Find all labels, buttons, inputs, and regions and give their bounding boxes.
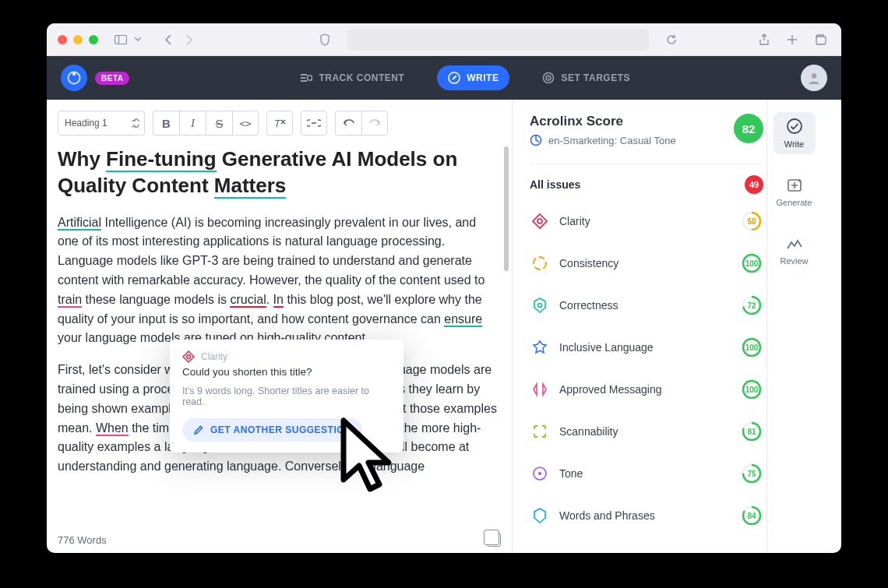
nav-write[interactable]: WRITE xyxy=(437,65,509,90)
title-underline-2: Matters xyxy=(214,174,286,199)
bold-button[interactable]: B xyxy=(153,111,179,136)
word-count: 776 Words xyxy=(58,534,107,546)
p1-g: In xyxy=(273,293,284,308)
issue-icon xyxy=(531,465,548,482)
svg-point-6 xyxy=(72,72,76,76)
shield-icon[interactable] xyxy=(315,30,335,50)
issue-row-tone[interactable]: Tone75 xyxy=(530,452,763,495)
chevron-updown-icon xyxy=(133,118,139,128)
nav-track-content[interactable]: TRACK CONTENT xyxy=(289,66,415,90)
app-header: BETA TRACK CONTENT WRITE SET TARGETS xyxy=(47,56,841,100)
copy-button[interactable] xyxy=(487,533,501,547)
italic-button[interactable]: I xyxy=(179,111,206,136)
close-window-button[interactable] xyxy=(58,35,67,44)
clear-format-button[interactable]: T xyxy=(266,111,293,136)
tone-row: en-Smarketing: Casual Tone xyxy=(530,134,676,146)
issues-list: Clarity50Consistency100Correctness72Incl… xyxy=(530,200,763,537)
code-button[interactable]: <> xyxy=(232,111,259,136)
svg-point-27 xyxy=(743,255,760,272)
svg-point-25 xyxy=(534,257,546,269)
editor-toolbar: Heading 1 B I S <> T xyxy=(58,111,512,136)
beta-badge: BETA xyxy=(95,72,129,85)
issue-row-words-and-phrases[interactable]: Words and Phrases84 xyxy=(530,495,763,537)
p1-d: these language models is xyxy=(82,293,230,306)
get-another-suggestion-button[interactable]: GET ANOTHER SUGGESTION xyxy=(182,418,362,442)
issue-score-ring: 100 xyxy=(742,379,762,400)
p1-b: Intelligence (AI) is becoming increasing… xyxy=(58,216,485,287)
issue-count-badge: 49 xyxy=(745,175,763,194)
forward-button[interactable] xyxy=(179,30,199,50)
issue-row-correctness[interactable]: Correctness72 xyxy=(530,284,763,326)
issue-label: Clarity xyxy=(559,215,590,227)
app-logo[interactable] xyxy=(61,65,87,91)
editor-body[interactable]: Why Fine-tuning Generative AI Models on … xyxy=(58,146,512,528)
copy-icon xyxy=(487,533,501,547)
issue-row-approved-messaging[interactable]: Approved Messaging100 xyxy=(530,368,763,410)
issue-row-inclusive-language[interactable]: Inclusive Language100 xyxy=(530,326,763,368)
undo-button[interactable] xyxy=(335,111,361,136)
issue-label: Words and Phrases xyxy=(559,509,655,522)
window-controls xyxy=(58,35,98,44)
address-bar[interactable] xyxy=(347,29,648,51)
popup-action-label: GET ANOTHER SUGGESTION xyxy=(210,424,351,435)
popup-category: Clarity xyxy=(201,351,227,362)
issue-score-ring: 100 xyxy=(742,253,762,273)
issue-label: Scannability xyxy=(559,425,618,438)
issue-label: Inclusive Language xyxy=(559,341,654,354)
write-icon xyxy=(448,72,460,84)
scrollbar[interactable] xyxy=(504,146,509,271)
browser-titlebar xyxy=(47,23,841,56)
issue-score-ring: 50 xyxy=(742,211,762,231)
paragraph-1[interactable]: Artificial Intelligence (AI) is becoming… xyxy=(58,213,498,349)
share-icon[interactable] xyxy=(754,30,774,50)
nav-targets-label: SET TARGETS xyxy=(561,72,630,83)
issue-row-clarity[interactable]: Clarity50 xyxy=(530,200,763,242)
all-issues-label: All issues xyxy=(530,178,580,191)
issue-row-consistency[interactable]: Consistency100 xyxy=(530,242,763,284)
rail-write[interactable]: Write xyxy=(773,112,816,154)
issue-row-scannability[interactable]: Scannability81 xyxy=(530,410,763,452)
p1-f: . xyxy=(266,293,273,306)
reload-button[interactable] xyxy=(661,30,682,50)
issue-label: Correctness xyxy=(559,299,618,312)
score-badge: 82 xyxy=(734,114,763,143)
issue-icon xyxy=(531,297,548,314)
svg-rect-4 xyxy=(816,37,826,44)
sidebar-toggle[interactable] xyxy=(111,30,131,50)
all-issues-row[interactable]: All issues 49 xyxy=(530,175,763,194)
check-circle-icon xyxy=(786,118,803,135)
style-select[interactable]: Heading 1 xyxy=(58,111,145,136)
strike-button[interactable]: S xyxy=(206,111,232,136)
maximize-window-button[interactable] xyxy=(89,35,98,44)
svg-rect-0 xyxy=(115,35,127,44)
svg-point-15 xyxy=(548,77,549,79)
title-underline-1: Fine-tuning xyxy=(106,147,217,172)
redo-button[interactable] xyxy=(361,111,388,136)
clarity-icon xyxy=(182,350,195,363)
document-title[interactable]: Why Fine-tuning Generative AI Models on … xyxy=(58,146,498,199)
user-avatar[interactable] xyxy=(801,65,827,91)
svg-point-32 xyxy=(743,339,760,356)
svg-point-16 xyxy=(812,73,816,78)
minimize-window-button[interactable] xyxy=(73,35,83,44)
rail-write-label: Write xyxy=(784,139,804,149)
issue-score-ring: 75 xyxy=(742,463,762,484)
tabs-icon[interactable] xyxy=(810,30,830,50)
issue-count-value: 49 xyxy=(749,180,759,189)
browser-window: BETA TRACK CONTENT WRITE SET TARGETS xyxy=(47,23,841,553)
nav-set-targets[interactable]: SET TARGETS xyxy=(531,65,641,90)
issue-icon xyxy=(531,255,548,272)
issue-label: Approved Messaging xyxy=(559,383,662,396)
score-value: 82 xyxy=(742,122,756,136)
pencil-icon xyxy=(193,424,204,435)
rail-generate[interactable]: Generate xyxy=(773,171,816,213)
issue-score-ring: 84 xyxy=(742,505,762,526)
popup-message: It's 9 words long. Shorter titles are ea… xyxy=(182,386,391,407)
back-button[interactable] xyxy=(157,30,178,50)
new-tab-button[interactable] xyxy=(782,30,802,50)
issue-icon xyxy=(531,423,548,440)
link-button[interactable] xyxy=(301,111,327,136)
rail-review[interactable]: Review xyxy=(773,231,816,273)
chevron-down-icon[interactable] xyxy=(132,30,143,50)
issue-label: Consistency xyxy=(559,257,618,269)
